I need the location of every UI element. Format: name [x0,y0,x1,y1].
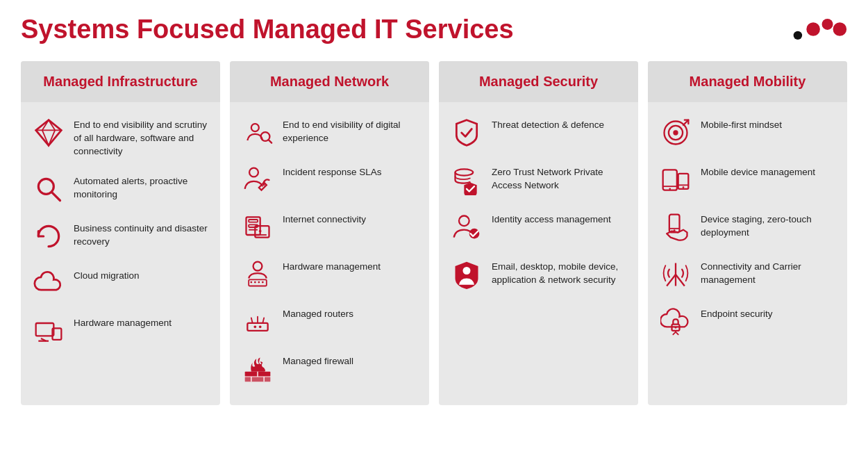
service-label: Zero Trust Network Private Access Networ… [492,163,627,192]
service-columns: Managed Infrastructure End to end visibi… [21,61,847,405]
svg-rect-34 [247,323,267,331]
list-item: Zero Trust Network Private Access Networ… [439,156,638,204]
list-item: End to end visibility of digital experie… [230,109,429,156]
service-label: Connectivity and Carrier management [701,258,836,287]
service-label: Device staging, zero-touch deployment [701,211,836,240]
person-wrench-icon [241,163,274,197]
svg-point-59 [683,186,685,188]
svg-rect-9 [36,323,54,336]
page-title: Systems Focused Managed IT Services [21,15,514,44]
service-label: Hardware management [283,258,381,274]
list-item: Endpoint security [648,298,847,345]
list-item: Cloud migration [21,260,220,307]
database-shield-icon [450,163,483,197]
server-doc-icon [241,211,274,244]
svg-point-0 [794,31,802,40]
svg-point-35 [254,326,257,329]
firewall-icon [241,352,274,386]
svg-line-15 [269,140,272,143]
column-managed-mobility: Managed Mobility Mobile-first mindset [648,61,847,405]
shield-check-icon [450,116,483,149]
service-label: Threat detection & defence [492,116,604,132]
list-item: Hardware management [230,251,429,298]
svg-point-47 [459,216,469,227]
logo [792,14,847,44]
list-item: Managed firewall [230,345,429,393]
list-item: Managed routers [230,298,429,345]
svg-marker-4 [36,120,62,146]
svg-point-30 [250,281,252,284]
cloud-icon [32,267,65,300]
mobile-tablet-icon [659,163,692,197]
list-item: Threat detection & defence [439,109,638,156]
svg-point-1 [806,22,820,36]
list-item: End to end visibility and scrutiny of al… [21,109,220,165]
service-label: Identity access management [492,211,611,227]
svg-rect-18 [249,220,258,222]
service-label: Hardware management [74,314,172,330]
devices-icon [32,314,65,347]
service-label: Endpoint security [701,305,773,321]
diamond-icon [32,116,65,149]
column-header-infrastructure: Managed Infrastructure [21,61,220,102]
service-label: End to end visibility of digital experie… [283,116,418,145]
target-arrow-icon [659,116,692,149]
list-item: Mobile device management [648,156,847,204]
person-check-icon [450,211,483,244]
service-label: Managed routers [283,305,353,321]
column-header-mobility: Managed Mobility [648,61,847,102]
service-label: Incident response SLAs [283,163,382,179]
svg-point-2 [822,19,833,30]
mobile-hand-icon [659,211,692,244]
svg-point-32 [258,281,260,284]
list-item: Business continuity and disaster recover… [21,213,220,260]
list-item: Connectivity and Carrier management [648,251,847,298]
list-item: Incident response SLAs [230,156,429,204]
svg-point-46 [456,169,474,175]
column-managed-security: Managed Security Threat detection & defe… [439,61,638,405]
shield-person-icon [450,258,483,291]
svg-point-13 [251,124,259,131]
list-item: Internet connectivity [230,204,429,251]
svg-point-3 [833,22,847,36]
service-label: Mobile device management [701,163,815,179]
list-item: Identity access management [439,204,638,251]
list-item: Email, desktop, mobile device, applicati… [439,251,638,298]
search-icon [32,172,65,206]
svg-point-36 [259,326,262,329]
service-label: Business continuity and disaster recover… [74,220,209,249]
service-label: End to end visibility and scrutiny of al… [74,116,209,158]
list-item: Automated alerts, proactive monitoring [21,165,220,213]
service-label: Internet connectivity [283,211,366,227]
svg-point-49 [463,267,471,275]
page-header: Systems Focused Managed IT Services [21,14,847,44]
column-managed-infrastructure: Managed Infrastructure End to end visibi… [21,61,220,405]
svg-point-31 [254,281,256,284]
service-label: Automated alerts, proactive monitoring [74,172,209,202]
person-keyboard-icon [241,258,274,291]
svg-point-52 [673,130,678,135]
column-header-security: Managed Security [439,61,638,102]
list-item: Hardware management [21,307,220,354]
svg-point-67 [675,327,677,329]
svg-rect-41 [245,377,271,382]
list-item: Device staging, zero-touch deployment [648,204,847,251]
column-header-network: Managed Network [230,61,429,102]
cloud-lock-icon [659,305,692,338]
service-label: Mobile-first mindset [701,116,782,132]
router-icon [241,305,274,338]
column-managed-network: Managed Network End to end visibility of… [230,61,429,405]
list-item: Mobile-first mindset [648,109,847,156]
svg-rect-54 [663,170,677,190]
service-label: Email, desktop, mobile device, applicati… [492,258,627,287]
svg-point-33 [262,281,264,284]
svg-point-16 [249,168,258,177]
svg-line-8 [52,192,60,200]
service-label: Cloud migration [74,267,140,283]
refresh-icon [32,220,65,253]
svg-point-22 [259,230,262,233]
service-label: Managed firewall [283,352,353,368]
antenna-icon [659,258,692,291]
svg-point-24 [253,262,262,271]
search-person-icon [241,116,274,149]
